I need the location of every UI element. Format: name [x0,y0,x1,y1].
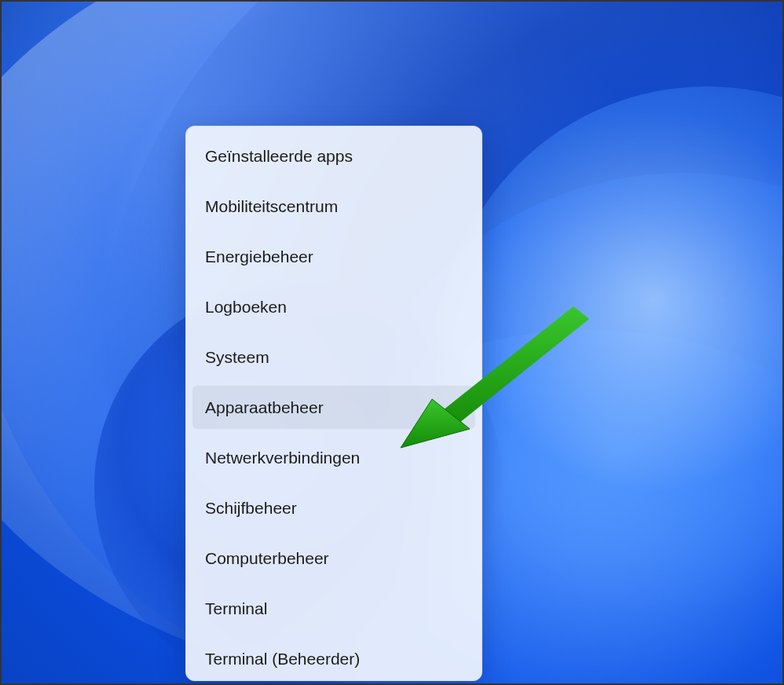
menu-item-system[interactable]: Systeem [192,335,475,379]
menu-item-network-connections[interactable]: Netwerkverbindingen [192,436,475,479]
menu-item-label: Computerbeheer [205,549,329,568]
menu-item-terminal[interactable]: Terminal [192,587,475,630]
menu-item-label: Logboeken [205,298,287,317]
menu-item-label: Terminal [205,599,267,618]
menu-item-label: Netwerkverbindingen [205,449,360,467]
menu-item-label: Apparaatbeheer [205,398,324,417]
menu-item-label: Energiebeheer [205,247,313,266]
menu-item-event-viewer[interactable]: Logboeken [192,285,475,328]
menu-item-label: Geïnstalleerde apps [205,147,353,166]
menu-item-label: Systeem [205,348,269,367]
menu-item-label: Mobiliteitscentrum [205,197,338,216]
menu-item-terminal-admin[interactable]: Terminal (Beheerder) [192,637,475,680]
winx-context-menu: Geïnstalleerde apps Mobiliteitscentrum E… [185,126,482,681]
menu-item-device-manager[interactable]: Apparaatbeheer [192,386,475,429]
menu-item-power-options[interactable]: Energiebeheer [192,235,475,278]
menu-item-label: Schijfbeheer [205,499,297,518]
menu-item-label: Terminal (Beheerder) [205,650,360,669]
menu-item-computer-management[interactable]: Computerbeheer [192,537,475,580]
menu-item-disk-management[interactable]: Schijfbeheer [192,486,475,529]
menu-item-mobility-center[interactable]: Mobiliteitscentrum [192,185,475,228]
menu-item-installed-apps[interactable]: Geïnstalleerde apps [192,134,475,178]
